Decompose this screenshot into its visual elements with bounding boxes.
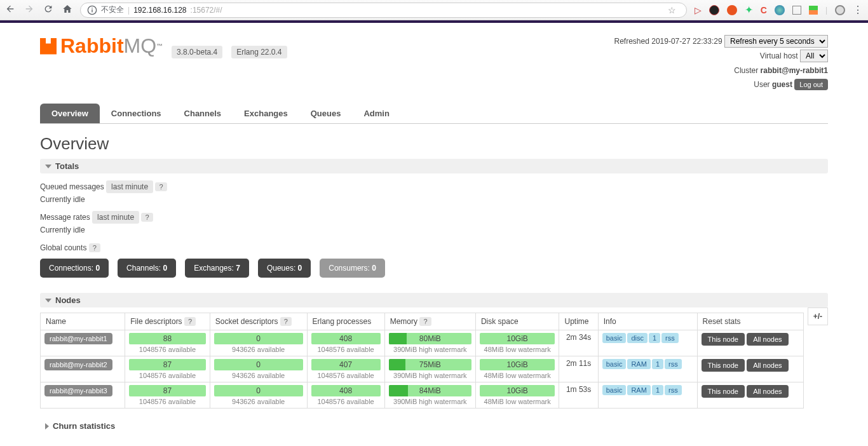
count-pill[interactable]: Connections: 0 <box>40 259 109 278</box>
reset-this-button[interactable]: This node <box>702 385 745 398</box>
ext-icon[interactable] <box>809 6 818 15</box>
ext-icon[interactable]: ✦ <box>745 4 753 16</box>
info-badge[interactable]: 1 <box>649 333 660 343</box>
sub-text: 390MiB high watermark <box>389 372 471 379</box>
menu-icon[interactable]: ⋮ <box>853 4 863 16</box>
extension-icons: ▷ ✦ C | ⋮ <box>695 4 863 16</box>
time-range[interactable]: last minute <box>106 180 153 193</box>
url-port: :15672/#/ <box>191 6 222 15</box>
user-value: guest <box>772 80 792 89</box>
user-label: User <box>754 80 770 89</box>
info-badge[interactable]: RAM <box>627 385 650 395</box>
sub-text: 48MiB low watermark <box>480 372 555 379</box>
reset-all-button[interactable]: All nodes <box>747 333 788 346</box>
vhost-label: Virtual host <box>760 51 798 60</box>
cluster-value: rabbit@my-rabbit1 <box>761 66 828 75</box>
col-header: Disk space <box>475 313 559 330</box>
count-pill[interactable]: Exchanges: 7 <box>185 259 249 278</box>
count-pill[interactable]: Queues: 0 <box>258 259 311 278</box>
logo-tm: ™ <box>156 43 163 50</box>
info-badge[interactable]: disc <box>627 333 648 343</box>
ext-icon[interactable] <box>727 5 737 15</box>
col-header: File descriptors ? <box>125 313 210 330</box>
sub-text: 1048576 available <box>311 398 381 405</box>
cluster-label: Cluster <box>734 66 758 75</box>
logo-text: Rabbit <box>60 34 124 58</box>
columns-toggle[interactable]: +/- <box>808 307 828 325</box>
table-row: rabbit@my-rabbit3871048576 available0943… <box>41 382 804 409</box>
rabbitmq-icon <box>40 38 57 55</box>
churn-header[interactable]: Churn statistics <box>40 417 828 435</box>
refresh-select[interactable]: Refresh every 5 seconds <box>724 35 828 48</box>
help-icon[interactable]: ? <box>419 317 431 326</box>
logo[interactable]: RabbitMQ™ <box>40 34 163 58</box>
ports-header[interactable]: Ports and contexts <box>40 443 828 446</box>
sub-text: 390MiB high watermark <box>389 346 471 353</box>
help-icon[interactable]: ? <box>141 213 153 222</box>
reload-icon[interactable] <box>43 4 53 16</box>
sub-text: 943626 available <box>214 398 303 405</box>
col-header: Socket descriptors ? <box>210 313 307 330</box>
totals-header[interactable]: Totals <box>40 159 828 173</box>
count-pill[interactable]: Consumers: 0 <box>320 259 385 278</box>
tab-connections[interactable]: Connections <box>100 104 173 123</box>
ext-icon[interactable] <box>709 5 719 15</box>
info-badge[interactable]: rss <box>661 333 679 343</box>
usage-bar: 10GiB <box>480 333 555 344</box>
erlang-badge: Erlang 22.0.4 <box>231 46 287 58</box>
address-bar[interactable]: 不安全 | 192.168.16.128:15672/#/ ☆ <box>80 3 687 18</box>
usage-bar: 407 <box>311 359 381 370</box>
reset-all-button[interactable]: All nodes <box>747 359 788 372</box>
ext-icon[interactable]: ▷ <box>695 5 702 15</box>
info-badge[interactable]: basic <box>602 333 627 343</box>
vhost-select[interactable]: All <box>800 50 828 62</box>
home-icon[interactable] <box>62 4 72 16</box>
security-label: 不安全 <box>101 4 124 15</box>
usage-bar: 0 <box>214 385 303 396</box>
sub-text: 943626 available <box>214 346 303 353</box>
logo-mq: MQ <box>124 34 157 58</box>
help-icon[interactable]: ? <box>155 182 166 191</box>
bookmark-star-icon[interactable]: ☆ <box>668 5 676 15</box>
time-range[interactable]: last minute <box>92 211 139 224</box>
sub-text: 943626 available <box>214 372 303 379</box>
col-header: Info <box>598 313 697 330</box>
ext-icon[interactable]: C <box>761 5 767 15</box>
node-link[interactable]: rabbit@my-rabbit2 <box>44 359 112 370</box>
ext-icon[interactable] <box>792 6 801 15</box>
reset-this-button[interactable]: This node <box>702 359 745 372</box>
sub-text: 1048576 available <box>311 372 381 379</box>
node-link[interactable]: rabbit@my-rabbit1 <box>44 333 112 344</box>
ext-icon[interactable] <box>775 5 785 15</box>
help-icon[interactable]: ? <box>280 317 292 326</box>
nodes-header[interactable]: Nodes <box>40 293 828 307</box>
tab-admin[interactable]: Admin <box>352 104 400 123</box>
usage-bar: 88 <box>129 333 205 344</box>
table-row: rabbit@my-rabbit1881048576 available0943… <box>41 330 804 356</box>
info-badge[interactable]: RAM <box>627 359 650 369</box>
help-icon[interactable]: ? <box>89 243 100 252</box>
global-counts-label: Global counts <box>40 243 86 252</box>
node-link[interactable]: rabbit@my-rabbit3 <box>44 385 112 396</box>
count-pill[interactable]: Channels: 0 <box>118 259 176 278</box>
help-icon[interactable]: ? <box>184 317 196 326</box>
reset-this-button[interactable]: This node <box>702 333 745 346</box>
usage-bar: 84MiB <box>389 385 471 396</box>
usage-bar: 87 <box>129 385 205 396</box>
back-icon[interactable] <box>5 4 15 16</box>
info-badge[interactable]: basic <box>602 359 627 369</box>
info-badge[interactable]: 1 <box>652 385 663 395</box>
tab-exchanges[interactable]: Exchanges <box>233 104 299 123</box>
info-badge[interactable]: basic <box>602 385 627 395</box>
tab-queues[interactable]: Queues <box>299 104 353 123</box>
logout-button[interactable]: Log out <box>794 79 828 90</box>
info-icon <box>87 5 97 15</box>
nav-buttons <box>5 4 72 16</box>
info-badge[interactable]: rss <box>665 385 682 395</box>
tab-channels[interactable]: Channels <box>173 104 233 123</box>
info-badge[interactable]: 1 <box>652 359 663 369</box>
profile-icon[interactable] <box>835 5 845 15</box>
tab-overview[interactable]: Overview <box>40 104 100 123</box>
info-badge[interactable]: rss <box>665 359 682 369</box>
reset-all-button[interactable]: All nodes <box>747 385 788 398</box>
